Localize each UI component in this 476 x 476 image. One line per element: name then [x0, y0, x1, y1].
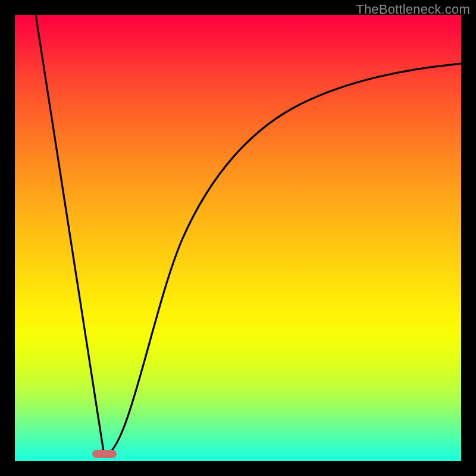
min-marker	[92, 450, 117, 458]
watermark-text: TheBottleneck.com	[356, 2, 470, 17]
chart-frame: TheBottleneck.com	[0, 0, 476, 476]
curve-svg	[15, 15, 461, 461]
v-curve-path	[36, 15, 461, 455]
plot-area	[15, 15, 461, 461]
